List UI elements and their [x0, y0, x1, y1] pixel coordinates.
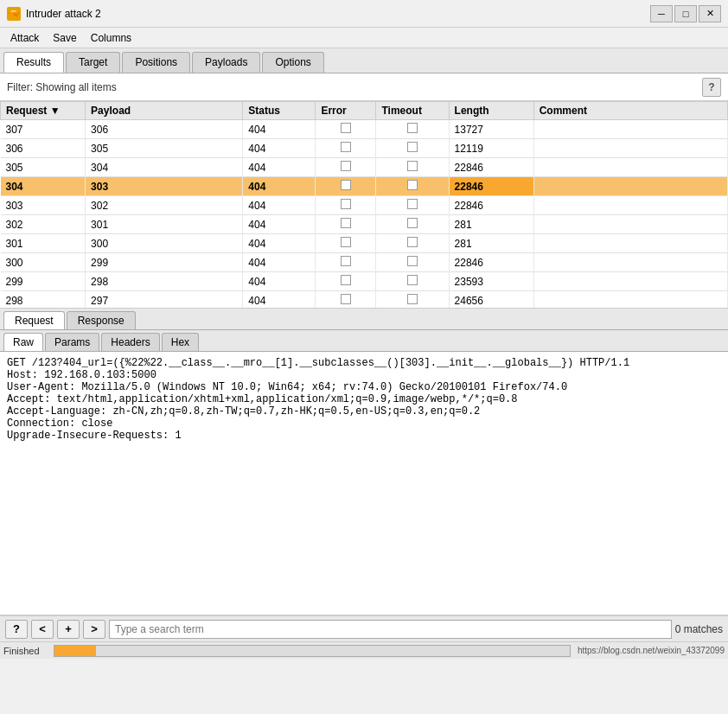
cell-request: 306: [1, 139, 86, 158]
table-row[interactable]: 30430340422846: [1, 177, 728, 196]
cell-request: 299: [1, 272, 86, 291]
cell-length: 22846: [449, 253, 533, 272]
table-row[interactable]: 301300404281: [1, 234, 728, 253]
cell-error: [316, 139, 376, 158]
cell-length: 22846: [449, 158, 533, 177]
timeout-checkbox: [407, 123, 418, 133]
cell-payload: 305: [86, 139, 243, 158]
tab-options[interactable]: Options: [262, 52, 323, 73]
cell-timeout: [376, 215, 449, 234]
table-row[interactable]: 30330240422846: [1, 196, 728, 215]
filter-help-button[interactable]: ?: [702, 78, 721, 97]
table-row[interactable]: 29929840423593: [1, 272, 728, 291]
subtab-raw[interactable]: Raw: [3, 333, 43, 351]
timeout-checkbox: [407, 275, 418, 285]
timeout-checkbox: [407, 199, 418, 209]
subtab-params[interactable]: Params: [45, 333, 99, 351]
col-length[interactable]: Length: [449, 102, 533, 120]
table-header-row: Request ▼ Payload Status Error Timeout L…: [1, 102, 728, 120]
table-row[interactable]: 29829740424656: [1, 291, 728, 309]
cell-request: 302: [1, 215, 86, 234]
filter-bar: Filter: Showing all items ?: [0, 73, 728, 101]
request-body[interactable]: GET /123?404_url=({%22%22.__class__.__mr…: [0, 352, 728, 615]
cell-payload: 297: [86, 291, 243, 309]
col-status[interactable]: Status: [243, 102, 316, 120]
col-request[interactable]: Request ▼: [1, 102, 86, 120]
cell-payload: 299: [86, 253, 243, 272]
maximize-button[interactable]: □: [674, 5, 697, 22]
tab-payloads[interactable]: Payloads: [192, 52, 260, 73]
cell-timeout: [376, 139, 449, 158]
timeout-checkbox: [407, 294, 418, 304]
cell-status: 404: [243, 291, 316, 309]
filter-text: Filter: Showing all items: [7, 81, 117, 93]
tab-positions[interactable]: Positions: [122, 52, 190, 73]
prev-button[interactable]: <: [31, 620, 54, 639]
table-row[interactable]: 30730640413727: [1, 120, 728, 139]
tab-results[interactable]: Results: [3, 52, 64, 73]
error-checkbox: [341, 161, 351, 171]
menu-columns[interactable]: Columns: [84, 30, 138, 46]
cell-comment: [533, 120, 727, 139]
cell-payload: 300: [86, 234, 243, 253]
cell-error: [316, 196, 376, 215]
cell-request: 304: [1, 177, 86, 196]
cell-status: 404: [243, 139, 316, 158]
timeout-checkbox: [407, 237, 418, 247]
subtab-hex[interactable]: Hex: [162, 333, 199, 351]
table-body: 3073064041372730630540412119305304404228…: [1, 120, 728, 309]
progress-bar: [54, 645, 571, 657]
cell-comment: [533, 196, 727, 215]
table-row[interactable]: 30029940422846: [1, 253, 728, 272]
cell-timeout: [376, 234, 449, 253]
plus-button[interactable]: +: [57, 620, 80, 639]
matches-count: 0 matches: [675, 623, 723, 635]
search-input[interactable]: [109, 620, 672, 639]
tab-response[interactable]: Response: [67, 311, 136, 329]
table-row[interactable]: 30530440422846: [1, 158, 728, 177]
cell-timeout: [376, 177, 449, 196]
error-checkbox: [341, 237, 351, 247]
bottom-tab-bar: Request Response: [0, 309, 728, 330]
cell-comment: [533, 139, 727, 158]
menu-bar: Attack Save Columns: [0, 28, 728, 48]
table-row[interactable]: 302301404281: [1, 215, 728, 234]
table-row[interactable]: 30630540412119: [1, 139, 728, 158]
col-timeout[interactable]: Timeout: [376, 102, 449, 120]
cell-length: 23593: [449, 272, 533, 291]
title-bar-left: 🔫 Intruder attack 2: [7, 7, 101, 21]
cell-comment: [533, 272, 727, 291]
app-icon: 🔫: [7, 7, 21, 21]
results-table: Request ▼ Payload Status Error Timeout L…: [0, 101, 728, 309]
next-button[interactable]: >: [83, 620, 105, 639]
cell-payload: 298: [86, 272, 243, 291]
error-checkbox: [341, 142, 351, 152]
menu-save[interactable]: Save: [46, 30, 83, 46]
cell-error: [316, 120, 376, 139]
tab-request[interactable]: Request: [3, 311, 65, 329]
menu-attack[interactable]: Attack: [3, 30, 46, 46]
col-comment[interactable]: Comment: [533, 102, 727, 120]
cell-error: [316, 253, 376, 272]
cell-length: 24656: [449, 291, 533, 309]
minimize-button[interactable]: ─: [650, 5, 673, 22]
cell-comment: [533, 291, 727, 309]
error-checkbox: [341, 256, 351, 266]
cell-error: [316, 272, 376, 291]
cell-error: [316, 215, 376, 234]
cell-timeout: [376, 158, 449, 177]
results-table-container[interactable]: Request ▼ Payload Status Error Timeout L…: [0, 101, 728, 309]
cell-request: 298: [1, 291, 86, 309]
main-tab-bar: Results Target Positions Payloads Option…: [0, 48, 728, 73]
close-button[interactable]: ✕: [699, 5, 721, 22]
sub-tab-bar: Raw Params Headers Hex: [0, 330, 728, 352]
col-error[interactable]: Error: [316, 102, 376, 120]
help-icon-button[interactable]: ?: [5, 620, 28, 639]
col-payload[interactable]: Payload: [86, 102, 243, 120]
cell-status: 404: [243, 215, 316, 234]
tab-target[interactable]: Target: [66, 52, 120, 73]
cell-comment: [533, 158, 727, 177]
subtab-headers[interactable]: Headers: [101, 333, 159, 351]
cell-comment: [533, 177, 727, 196]
cell-error: [316, 234, 376, 253]
